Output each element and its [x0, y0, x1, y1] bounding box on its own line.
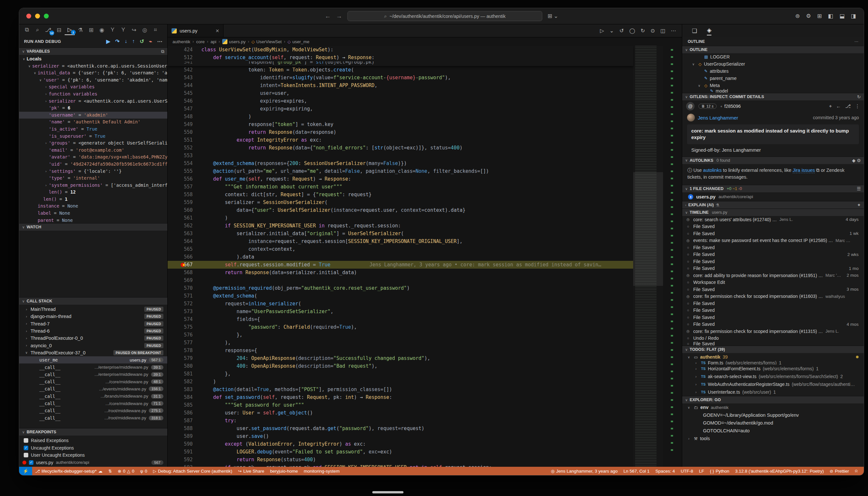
call-stack-frame[interactable]: __call__.../enterprise/middleware.py39:1 [19, 363, 167, 371]
variable-row[interactable]: 'pk' = 6 [19, 105, 167, 112]
outline-item[interactable]: ✎model [682, 89, 864, 93]
code-line-559[interactable]: 559serializer = SessionUserSerializer( [168, 199, 633, 206]
code-line-570[interactable]: 570@permission_required(obj_perm="authen… [168, 284, 633, 292]
toggle-panel-icon[interactable]: ⬓ [839, 13, 844, 19]
debug-target-item[interactable]: ▷Debug: Attach Server Core (authentik) [150, 467, 235, 475]
commit-author-link[interactable]: Jens Langhammer [698, 115, 738, 121]
pull-requests-icon[interactable]: Y [108, 25, 118, 35]
call-stack-thread[interactable]: ›ThreadPoolExecutor-0_0PAUSED [19, 335, 167, 342]
call-stack-thread[interactable]: ›Thread-7PAUSED [19, 320, 167, 327]
disconnect-icon[interactable]: ⌁ [149, 38, 152, 45]
call-stack-thread[interactable]: ›django-main-threadPAUSED [19, 313, 167, 320]
timeline-item[interactable]: ○File Saved4 mos [682, 321, 864, 328]
jira-issues-link[interactable]: Jira issues [793, 168, 815, 173]
code-line-556[interactable]: 556def user_me(self, request: Request) →… [168, 175, 633, 183]
variables-section-header[interactable]: ∨ VARIABLES ⧉ [19, 47, 167, 55]
remote-indicator[interactable]: ⚡ [19, 467, 32, 475]
code-line-561[interactable]: 561) [168, 214, 633, 222]
outline-item[interactable]: ∨◇UserGroupSerializer [682, 60, 864, 67]
watch-section-header[interactable]: ∨ WATCH [19, 223, 167, 231]
todo-file-row[interactable]: ›TSHorizontalFormElement.ts(web/src/elem… [682, 365, 864, 373]
code-line-587[interactable]: 587try: [168, 417, 633, 424]
breakpoint-row[interactable]: ✓users.pyauthentik/core/api567 [19, 459, 167, 466]
history-back-icon[interactable]: ← [325, 13, 331, 20]
code-line-554[interactable]: 554@extend_schema(responses={200: Sessio… [168, 159, 633, 167]
code-line-555[interactable]: 555@action(url_path="me", url_name="me",… [168, 167, 633, 175]
autolinks-link[interactable]: autolinks [703, 168, 722, 173]
breakpoint-checkbox[interactable]: ✓ [29, 460, 33, 465]
outline-item[interactable]: ▤LOGGER [682, 53, 864, 60]
code-line-572[interactable]: 572request=inline_serializer( [168, 300, 633, 308]
code-line-543[interactable]: 543identifier=slugify(value=f"service-ac… [168, 74, 633, 81]
code-line-585[interactable]: 585"""Set password for user""" [168, 401, 633, 409]
code-line-581[interactable]: 581}, [168, 370, 633, 378]
profile-layout-icon[interactable]: ⊞ ⌄ [547, 13, 558, 19]
code-line-566[interactable]: 566).data [168, 253, 633, 261]
variable-row[interactable]: ›special variables [19, 83, 167, 91]
customize-layout-icon[interactable]: ⊞ [817, 13, 822, 19]
timeline-item[interactable]: ○Workspace Edit [682, 279, 864, 286]
todo-file-row[interactable]: ›TSWebAuthnAuthenticatorRegisterStage.ts… [682, 381, 864, 388]
autolinks-section-header[interactable]: ∨ AUTOLINKS 0 found ◆ ⚙ [682, 157, 864, 164]
outline-item[interactable]: ✎attributes [682, 67, 864, 75]
variable-row[interactable]: 'uid' = '49d24724dfa590a20fb5961e9c6673c… [19, 161, 167, 168]
breakpoints-section-header[interactable]: ∨ BREAKPOINTS [19, 428, 167, 436]
variable-row[interactable]: 'type' = 'internal' [19, 175, 167, 182]
kebab-icon[interactable]: ⋮ [855, 103, 860, 109]
breakpoint-checkbox[interactable] [24, 453, 28, 458]
problems-item[interactable]: ⊗0△0 [115, 467, 137, 475]
breadcrumb-item-core[interactable]: core [196, 39, 205, 44]
timeline-item[interactable]: ○File Saved [682, 258, 864, 265]
code-line-560[interactable]: 560data={"user": UserSelfSerializer(inst… [168, 206, 633, 214]
outline-tab-icon[interactable]: ◈ [707, 27, 711, 35]
breadcrumb-item-user_me[interactable]: ◇user_me [288, 39, 310, 44]
outline-item[interactable]: ✎parent_name [682, 75, 864, 82]
back-icon[interactable]: ← [836, 103, 841, 109]
code-editor[interactable]: 542token: Token = Token.objects.create(5… [168, 46, 682, 467]
call-stack-thread[interactable]: ›MainThreadPAUSED [19, 306, 167, 313]
timeline-item[interactable]: ○File Saved2 wks [682, 251, 864, 258]
call-stack-frame[interactable]: user_meusers.py567:1 [19, 356, 167, 363]
call-stack-thread[interactable]: ›asyncio_0PAUSED [19, 342, 167, 349]
go-env-var-row[interactable]: GOENV=~/Library/Application Support/go/e… [682, 411, 864, 419]
call-stack-frame[interactable]: __call__.../events/middleware.py156:1 [19, 385, 167, 392]
branch-item[interactable]: ⎇lifecycle/fix-debugger-setup*☁ [32, 467, 106, 475]
gitlens-section-header[interactable]: ∨ GITLENS: INSPECT: COMMIT DETAILS ↻ [682, 93, 864, 100]
call-stack-frame[interactable]: __call__.../root/middleware.py275:1 [19, 407, 167, 414]
testing-icon[interactable]: ⚗ [75, 25, 86, 35]
timeline-item[interactable]: ○File Saved [682, 307, 864, 314]
variable-row[interactable]: parent = None [19, 217, 167, 223]
variable-row[interactable]: label = None [19, 210, 167, 217]
timeline-item[interactable]: ◎core: add ability to provide reason for… [682, 272, 864, 279]
breakpoint-checkbox[interactable] [24, 438, 28, 443]
variable-row[interactable]: 'is_superuser' = True [19, 133, 167, 140]
variable-row[interactable]: ∨'user' = {'pk': 6, 'username': 'akadmin… [19, 77, 167, 84]
code-line-564[interactable]: 564instance=request._request.session[SES… [168, 237, 633, 245]
hierarchy-icon[interactable]: ⌗ [151, 25, 160, 35]
code-line-583[interactable]: 583@action(detail=True, methods=["POST"]… [168, 386, 633, 393]
outline-section-header[interactable]: ∨ OUTLINE [682, 46, 864, 53]
code-line-551[interactable]: 551except IntegrityError as exc: [168, 136, 633, 144]
call-stack-frame[interactable]: __call__.../brands/middleware.py31:1 [19, 393, 167, 400]
variable-row[interactable]: ∨serializer = <authentik.core.api.users.… [19, 63, 167, 70]
go-env-row[interactable]: ∨🗀envauthentik [682, 403, 864, 411]
code-line-424[interactable]: 424class UserViewSet(UsedByMixin, ModelV… [168, 46, 633, 53]
variable-row[interactable]: ›function variables [19, 91, 167, 98]
timeline-item[interactable]: ○File Saved [682, 342, 864, 346]
timeline-item[interactable]: ◎core: fix permission check for scoped i… [682, 293, 864, 300]
run-python-file-icon[interactable]: ▷ [600, 28, 604, 34]
issues-icon[interactable]: Y [118, 25, 128, 35]
code-line-573[interactable]: 573name="UserPasswordSetSerializer", [168, 308, 633, 315]
code-line-569[interactable]: 569 [168, 276, 633, 284]
copy-value-icon[interactable]: ⧉ [161, 49, 165, 54]
blame-item[interactable]: ◎Jens Langhammer, 3 years ago [548, 467, 620, 475]
breakpoint-row[interactable]: ✓Uncaught Exceptions [19, 444, 167, 452]
code-line-567[interactable]: 567▶self.request.session.modified = True… [168, 261, 633, 269]
breadcrumb-item-userviewset[interactable]: ◇UserViewSet [251, 39, 282, 44]
sync-item[interactable]: ⇅ [106, 467, 115, 475]
call-stack-frame[interactable]: __call__.../root/middleware.py318:1 [19, 414, 167, 421]
refresh-icon[interactable]: ↻ [857, 94, 861, 99]
remote-explorer-icon[interactable]: ⊟ [54, 25, 64, 35]
open-changes-icon[interactable]: ⊙ [650, 28, 654, 34]
encoding-item[interactable]: UTF-8 [678, 467, 696, 475]
